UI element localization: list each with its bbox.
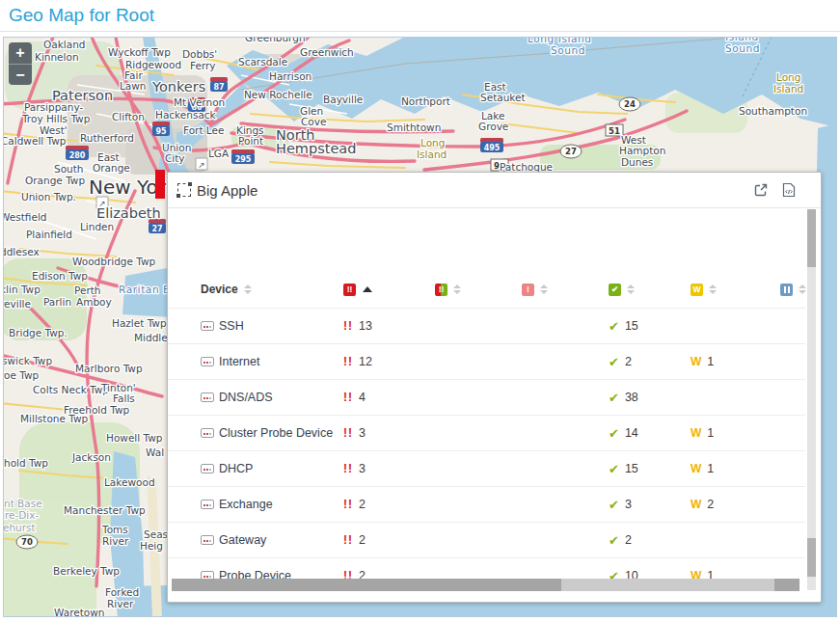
warning-glyph: W (691, 355, 701, 368)
map-label: Dobbs' (182, 48, 217, 60)
route-shield: 95 (152, 122, 170, 136)
map-label: Edison Twp (32, 270, 88, 282)
geo-map-marker[interactable] (155, 170, 165, 199)
map-label: LGA (208, 148, 230, 159)
up-count: 3 (625, 498, 632, 511)
device-name-link[interactable]: Cluster Probe Device (219, 426, 333, 440)
down-glyph: !! (343, 319, 353, 333)
table-row[interactable]: DHCP!!3✔15W1 (168, 450, 805, 486)
zoom-out-button[interactable]: − (9, 64, 32, 85)
svg-text:295: 295 (235, 155, 252, 164)
device-icon (201, 392, 214, 402)
map-label: River (102, 535, 129, 547)
map-label: Berkeley Twp (53, 565, 120, 577)
map-label: Parsippany- (24, 101, 83, 113)
sort-icon[interactable] (540, 284, 548, 294)
map-label: Mt Vernon (174, 96, 225, 108)
map-label: swick Twp (2, 355, 52, 366)
map-label: Linden (80, 221, 114, 232)
svg-text:280: 280 (69, 151, 86, 160)
map-label: Cove (301, 116, 326, 127)
route-shield: ↗ (196, 158, 207, 170)
map-label: Sound (725, 42, 760, 54)
device-icon (201, 500, 214, 509)
column-header-warning[interactable]: W (691, 271, 717, 308)
map-label: Long Island (528, 37, 592, 44)
device-name-link[interactable]: DNS/ADS (219, 391, 273, 404)
map-label: Toms (101, 524, 128, 535)
down-count: 13 (359, 319, 372, 333)
table-row[interactable]: Exchange!!2✔3W2 (168, 486, 805, 522)
table-row[interactable]: Cluster Probe Device!!3✔14W1 (168, 415, 805, 450)
group-outline-icon (177, 183, 191, 197)
external-link-icon[interactable] (753, 182, 769, 198)
map-label: Elizabeth (96, 205, 161, 221)
svg-text:495: 495 (484, 144, 501, 152)
map-label: Northport (401, 95, 450, 107)
table-row[interactable]: Internet!!12✔2W1 (168, 343, 805, 379)
map-label: Seas (144, 528, 168, 540)
horizontal-scrollbar-thumb[interactable] (172, 579, 561, 591)
svg-text:24: 24 (624, 99, 636, 109)
device-name-link[interactable]: Internet (219, 355, 259, 368)
paused-status-icon (780, 284, 793, 296)
map-label: Orange Twp (25, 175, 85, 186)
device-name-link[interactable]: Exchange (219, 498, 273, 511)
up-status-icon: ✔ (609, 284, 621, 296)
up-glyph: ✔ (609, 533, 619, 548)
map-label: Wal (146, 446, 164, 458)
route-shield: 70 (16, 535, 38, 549)
device-name-link[interactable]: DHCP (219, 462, 253, 475)
map-label: ddlesex (0, 246, 40, 257)
sort-icon[interactable] (244, 284, 252, 294)
zoom-in-button[interactable]: + (9, 42, 32, 64)
html-code-icon[interactable] (782, 182, 796, 198)
sort-icon[interactable] (799, 284, 806, 294)
column-header-down-partial[interactable]: !! (435, 271, 461, 308)
table-row[interactable]: Gateway!!2✔2 (168, 522, 805, 557)
vertical-scrollbar-thumb[interactable] (807, 538, 816, 577)
device-icon (201, 535, 214, 545)
geo-map[interactable]: 878095280295495272451277097↗↗ OaklandKin… (0, 37, 840, 618)
page-title: Geo Map for Root (9, 5, 154, 26)
up-glyph: ✔ (609, 391, 619, 405)
warning-status-icon: W (691, 284, 703, 296)
table-row[interactable]: DNS/ADS!!4✔38 (168, 379, 805, 415)
map-label: Hempstead (276, 141, 356, 156)
device-icon (201, 464, 214, 473)
sort-icon[interactable] (709, 284, 717, 294)
map-label: Orange (93, 162, 130, 174)
down-count: 2 (359, 498, 366, 511)
map-label: Kinnelon (35, 51, 79, 63)
sort-icon[interactable] (453, 284, 461, 294)
map-label: Ferry (190, 60, 216, 71)
column-header-paused[interactable] (780, 271, 806, 308)
map-label: klin Twp (0, 284, 41, 295)
map-label: ehurst (3, 522, 36, 533)
map-label: Yonkers (151, 79, 205, 95)
route-shield: 27 (149, 219, 166, 233)
column-header-up[interactable]: ✔ (609, 271, 635, 308)
horizontal-scrollbar[interactable] (172, 579, 799, 591)
map-label: Woodbridge Twp (72, 256, 156, 267)
route-shield: 24 (619, 97, 640, 111)
device-name-link[interactable]: Gateway (219, 533, 266, 547)
map-label: nt Base (4, 498, 42, 509)
map-label: Bayville (323, 94, 363, 105)
map-label: Oakland (43, 39, 85, 50)
column-header-down[interactable]: !! (343, 271, 372, 308)
table-row[interactable]: SSH!!13✔15 (168, 308, 805, 343)
down-glyph: !! (343, 462, 353, 475)
vertical-scrollbar[interactable] (807, 209, 816, 590)
map-label: Lakewood (104, 476, 155, 488)
vertical-scrollbar-thumb[interactable] (807, 209, 816, 267)
map-label: Hackensack (155, 109, 217, 121)
column-header-down-acknowledged[interactable]: ! (522, 271, 548, 308)
device-name-link[interactable]: SSH (219, 319, 244, 333)
column-header-device[interactable]: Device (201, 271, 252, 308)
up-count: 2 (625, 533, 632, 547)
map-label: Parlin (43, 296, 71, 308)
down-status-icon: !! (343, 284, 356, 296)
sort-icon[interactable] (627, 284, 635, 294)
device-icon (201, 357, 214, 366)
